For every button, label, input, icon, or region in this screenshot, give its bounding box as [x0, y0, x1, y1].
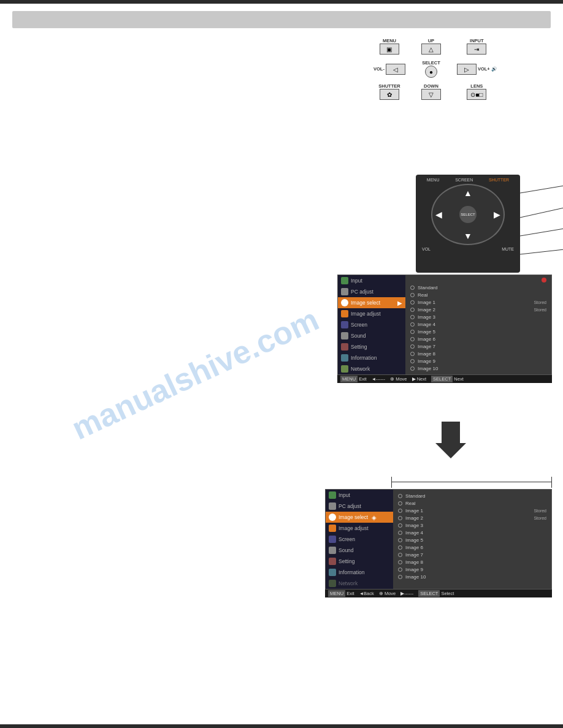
menu-right-panel-1: Standard Real Image 1 Stored Image 2 Sto… — [405, 275, 551, 374]
input-label-2: Input — [339, 492, 350, 498]
footer-move-2: ⊕ Move — [379, 591, 396, 596]
image2-text-1: Image 2 — [418, 307, 435, 313]
radio-image9-2 — [398, 567, 402, 572]
information-label-2: Information — [339, 569, 365, 575]
circ-up-arrow: ▲ — [464, 188, 472, 198]
stored-image2-1: Stored — [534, 308, 546, 312]
svg-line-0 — [520, 184, 563, 193]
radio-image10-1 — [410, 366, 415, 371]
input-label: INPUT — [457, 38, 497, 44]
option-real-1: Real — [410, 291, 546, 298]
lens-key: ⊙■□ — [467, 89, 486, 100]
option-image7-1: Image 7 — [410, 343, 546, 350]
footer-back-2: ◄Back — [359, 591, 374, 596]
arrow-shaft — [442, 422, 460, 443]
menu-panel-2: Input PC adjust Image select ◈ Image adj… — [325, 489, 552, 590]
option-real-2: Real — [398, 499, 546, 507]
up-key: △ — [421, 44, 441, 55]
up-label: UP — [421, 38, 441, 44]
screen-label-2: Screen — [339, 536, 355, 542]
image3-text-1: Image 3 — [418, 314, 435, 320]
menu-item-screen-1: Screen — [338, 319, 405, 330]
option-image4-2: Image 4 — [398, 529, 546, 536]
menu-footer-1: MENU Exit ◄------ ⊕ Move ▶ Next SELECT N… — [337, 375, 552, 383]
information-icon-1 — [341, 354, 348, 362]
menu-footer-2: MENU Exit ◄Back ⊕ Move ▶------ SELECT Se… — [325, 590, 552, 597]
option-image6-2: Image 6 — [398, 544, 546, 551]
imageselect-icon-1 — [341, 299, 348, 306]
down-key: ▽ — [421, 89, 441, 100]
radio-image8-1 — [410, 352, 415, 356]
circ-right-arrow: ▶ — [494, 210, 500, 219]
menu-item-imageselect-1: Image select ▶ — [338, 297, 405, 308]
image6-text-2: Image 6 — [405, 545, 423, 550]
menu-item-imageadjust-1: Image adjust — [338, 308, 405, 319]
stored-image2-2: Stored — [534, 516, 546, 520]
radio-image2-1 — [410, 308, 415, 312]
setting-label-1: Setting — [351, 344, 367, 350]
hl-vert-right — [551, 477, 552, 488]
radio-image5-1 — [410, 330, 415, 334]
image8-text-2: Image 8 — [405, 559, 423, 565]
screen-label-1: Screen — [351, 322, 367, 328]
mute-circ-label: MUTE — [502, 247, 514, 251]
radio-image6-1 — [410, 337, 415, 341]
option-image10-2: Image 10 — [398, 573, 546, 580]
option-image2-1: Image 2 Stored — [410, 306, 546, 313]
image4-text-1: Image 4 — [418, 322, 435, 327]
sound-label-1: Sound — [351, 333, 366, 339]
radio-image2-2 — [398, 516, 402, 520]
information-icon-2 — [329, 569, 336, 576]
arrow-head — [435, 443, 466, 458]
circ-down-arrow: ▼ — [464, 231, 472, 241]
footer-dashes-2: ▶------ — [400, 591, 413, 596]
real-text-2: Real — [405, 501, 415, 506]
footer-next-btn-1: ▶ Next — [412, 376, 427, 382]
standard-text-2: Standard — [405, 493, 425, 499]
option-standard-1: Standard — [410, 284, 546, 291]
menu-item-network-2: Network — [326, 578, 393, 589]
lens-label: LENS — [457, 83, 497, 89]
left-key: ◁ — [386, 64, 405, 75]
menu-item-input-1: Input — [338, 275, 405, 286]
radio-image4-2 — [398, 531, 402, 535]
network-icon-1 — [341, 365, 348, 373]
hl-vert-left — [391, 477, 392, 488]
radio-real-2 — [398, 501, 402, 506]
down-label: DOWN — [421, 83, 441, 89]
menu-item-pcadjust-2: PC adjust — [326, 501, 393, 512]
circ-bottom-labels: VOL MUTE — [419, 247, 517, 251]
imageadjust-label-1: Image adjust — [351, 311, 381, 317]
menu-item-screen-2: Screen — [326, 534, 393, 545]
highlight-lines-container — [325, 477, 552, 488]
image2-text-2: Image 2 — [405, 515, 423, 521]
option-image10-1: Image 10 — [410, 365, 546, 372]
radio-image7-2 — [398, 553, 402, 557]
image9-text-1: Image 9 — [418, 358, 435, 364]
radio-image6-2 — [398, 545, 402, 550]
option-image1-1: Image 1 Stored — [410, 298, 546, 306]
imageselect-arrow-2: ◈ — [372, 514, 377, 521]
image8-text-1: Image 8 — [418, 351, 435, 357]
setting-label-2: Setting — [339, 558, 354, 564]
stored-image1-2: Stored — [534, 509, 546, 513]
standard-text-1: Standard — [418, 285, 437, 290]
radio-image10-2 — [398, 575, 402, 579]
image10-text-1: Image 10 — [418, 366, 438, 371]
option-image9-1: Image 9 — [410, 357, 546, 365]
option-image8-1: Image 8 — [410, 350, 546, 357]
bottom-border — [0, 724, 563, 728]
radio-image1-1 — [410, 300, 415, 305]
option-image3-1: Image 3 — [410, 313, 546, 320]
imageselect-arrow-1: ▶ — [397, 300, 402, 306]
menu-screenshot-2: Input PC adjust Image select ◈ Image adj… — [325, 477, 552, 597]
menu-panel-1: Input PC adjust Image select ▶ Image adj… — [337, 275, 552, 375]
footer-menu-1: MENU Exit — [340, 376, 367, 382]
input-label-1: Input — [351, 278, 362, 284]
image6-text-1: Image 6 — [418, 336, 435, 342]
footer-menu-2: MENU Exit — [328, 591, 354, 596]
imageadjust-icon-2 — [329, 525, 336, 532]
circ-select-center: SELECT — [459, 206, 477, 223]
svg-line-3 — [520, 248, 563, 254]
menu-item-setting-2: Setting — [326, 556, 393, 567]
